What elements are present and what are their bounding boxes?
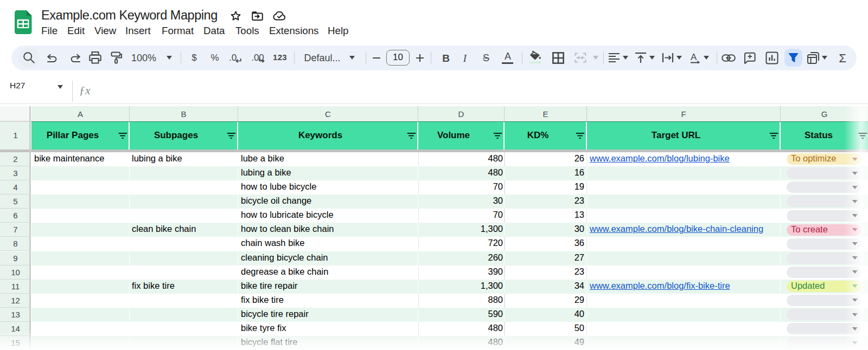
svg-text:A: A <box>691 52 697 62</box>
